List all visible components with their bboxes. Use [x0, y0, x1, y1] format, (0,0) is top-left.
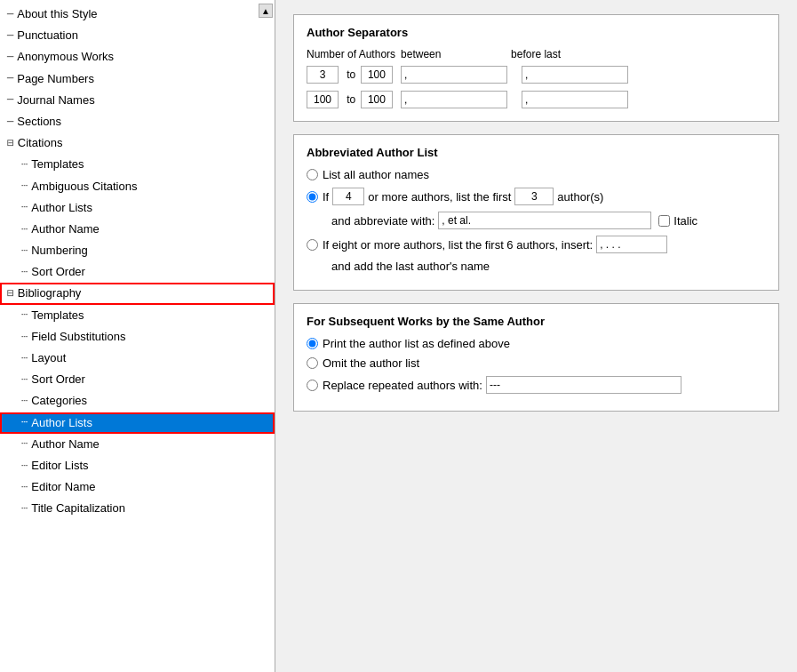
sidebar-item-cit-numbering[interactable]: ┄ Numbering — [0, 240, 275, 261]
sidebar-label-cit-ambiguous: Ambiguous Citations — [31, 179, 137, 195]
right-panel: Author Separators Number of Authors betw… — [275, 0, 797, 672]
sidebar-item-cit-author-lists[interactable]: ┄ Author Lists — [0, 197, 275, 219]
sidebar-label-sections: Sections — [17, 114, 61, 130]
subsequent-option3-label: Replace repeated authors with: — [323, 379, 482, 392]
sep-from-1[interactable] — [307, 91, 339, 108]
abbreviated-author-list-group: Abbreviated Author List List all author … — [293, 134, 779, 291]
sidebar-item-page-numbers[interactable]: ─ Page Numbers — [0, 68, 275, 90]
sidebar-item-punctuation[interactable]: ─ Punctuation — [0, 25, 275, 46]
sidebar-item-bib-editor-lists[interactable]: ┄ Editor Lists — [0, 455, 275, 476]
abbreviate-with-label: and abbreviate with: — [331, 214, 434, 228]
tree-prefix-cit-templates: ┄ — [21, 157, 28, 172]
sidebar-label-journal-names: Journal Names — [17, 92, 94, 108]
abbrev-option3-label: If eight or more authors, list the first… — [323, 238, 593, 252]
subsequent-option1-row: Print the author list as defined above — [307, 337, 766, 350]
tree-prefix-bib-sort-order: ┄ — [21, 372, 28, 388]
abbrev-option1-row: List all author names — [307, 168, 766, 181]
abbrev-option2-radio[interactable] — [307, 191, 318, 203]
sidebar-item-bib-categories[interactable]: ┄ Categories — [0, 390, 275, 412]
sidebar-label-cit-author-lists: Author Lists — [31, 200, 92, 216]
tree-prefix-bibliography[interactable]: ⊟ — [7, 285, 14, 301]
sidebar-item-cit-templates[interactable]: ┄ Templates — [0, 154, 275, 175]
sidebar-label-bib-layout: Layout — [31, 350, 66, 366]
sidebar-item-bib-templates[interactable]: ┄ Templates — [0, 305, 275, 326]
sidebar-label-bibliography: Bibliography — [18, 285, 82, 301]
tree-prefix-sections: ─ — [7, 115, 13, 130]
sidebar-item-bib-author-name[interactable]: ┄ Author Name — [0, 434, 275, 455]
subsequent-title: For Subsequent Works by the Same Author — [307, 315, 766, 328]
sidebar-item-cit-author-name[interactable]: ┄ Author Name — [0, 219, 275, 240]
sidebar-scroll-up[interactable]: ▲ — [259, 4, 273, 18]
abbrev-option3-insert[interactable] — [596, 236, 667, 253]
subsequent-option1-label: Print the author list as defined above — [323, 337, 510, 350]
sidebar-item-sections[interactable]: ─ Sections — [0, 111, 275, 132]
sidebar-label-cit-numbering: Numbering — [31, 243, 88, 259]
subsequent-option3-radio[interactable] — [307, 380, 318, 391]
sidebar-item-cit-ambiguous[interactable]: ┄ Ambiguous Citations — [0, 176, 275, 197]
tree-prefix-bib-layout: ┄ — [21, 351, 28, 366]
abbrev-first-count[interactable] — [514, 188, 554, 205]
sidebar-item-journal-names[interactable]: ─ Journal Names — [0, 90, 275, 111]
subsequent-option1-radio[interactable] — [307, 338, 318, 349]
sep-before-last-1[interactable] — [522, 91, 628, 108]
abbrev-option2-value[interactable] — [332, 188, 364, 205]
sidebar-item-bib-layout[interactable]: ┄ Layout — [0, 348, 275, 369]
sidebar-item-bib-sort-order[interactable]: ┄ Sort Order — [0, 369, 275, 390]
abbrev-option1-radio[interactable] — [307, 169, 318, 180]
subsequent-option2-label: Omit the author list — [323, 356, 419, 370]
sidebar-item-citations[interactable]: ⊟Citations — [0, 132, 275, 154]
sep-from-0[interactable] — [307, 66, 339, 84]
col-header-before-last: before last — [511, 48, 632, 64]
sep-to-0[interactable] — [361, 66, 393, 84]
abbrev-option3-sublabel: and add the last author's name — [331, 260, 490, 273]
sidebar-item-bib-author-lists[interactable]: ┄ Author Lists — [0, 412, 275, 434]
subsequent-option3-value[interactable] — [486, 376, 681, 394]
sidebar-label-bib-author-name: Author Name — [31, 436, 100, 452]
abbrev-option3-subrow: and add the last author's name — [331, 260, 766, 273]
abbreviated-title: Abbreviated Author List — [307, 146, 766, 159]
tree-prefix-journal-names: ─ — [7, 92, 13, 108]
italic-checkbox-row: Italic — [658, 214, 697, 228]
tree-prefix-about: ─ — [7, 7, 13, 22]
italic-checkbox[interactable] — [658, 215, 670, 227]
sidebar-label-bib-author-lists: Author Lists — [31, 415, 92, 431]
abbrev-option3-radio[interactable] — [307, 239, 318, 251]
sidebar: ▲ ─ About this Style─ Punctuation─ Anony… — [0, 0, 275, 672]
sep-before-last-0[interactable] — [522, 66, 628, 84]
abbrev-option2-label-mid: or more authors, list the first — [368, 190, 511, 204]
author-separators-title: Author Separators — [307, 26, 766, 39]
sidebar-item-anonymous[interactable]: ─ Anonymous Works — [0, 46, 275, 68]
sidebar-item-bib-field-subs[interactable]: ┄ Field Substitutions — [0, 326, 275, 348]
sidebar-item-bib-editor-name[interactable]: ┄ Editor Name — [0, 476, 275, 498]
sidebar-item-about[interactable]: ─ About this Style — [0, 4, 275, 25]
sidebar-label-cit-sort-order: Sort Order — [31, 264, 85, 280]
abbreviate-with-row: and abbreviate with: Italic — [331, 212, 766, 229]
tree-prefix-bib-templates: ┄ — [21, 308, 28, 323]
sidebar-label-cit-templates: Templates — [31, 156, 84, 172]
sidebar-item-bib-title-cap[interactable]: ┄ Title Capitalization — [0, 498, 275, 519]
subsequent-option2-radio[interactable] — [307, 357, 318, 369]
author-separators-table: Number of Authors between before last to… — [307, 48, 632, 110]
sep-row-1: to — [307, 89, 632, 110]
sep-between-1[interactable] — [401, 91, 507, 108]
author-separators-group: Author Separators Number of Authors betw… — [293, 14, 779, 122]
abbreviate-with-input[interactable] — [438, 212, 651, 229]
sidebar-label-citations: Citations — [18, 135, 63, 151]
sep-to-label-0: to — [347, 64, 361, 85]
tree-prefix-bib-author-name: ┄ — [21, 436, 28, 452]
sidebar-label-page-numbers: Page Numbers — [17, 71, 94, 87]
sep-to-1[interactable] — [361, 91, 393, 108]
sidebar-item-cit-sort-order[interactable]: ┄ Sort Order — [0, 261, 275, 283]
subsequent-option2-row: Omit the author list — [307, 356, 766, 370]
sidebar-label-bib-sort-order: Sort Order — [31, 372, 85, 388]
subsequent-works-group: For Subsequent Works by the Same Author … — [293, 303, 779, 412]
sidebar-label-bib-templates: Templates — [31, 308, 84, 324]
sidebar-item-bibliography[interactable]: ⊟Bibliography — [0, 283, 275, 304]
sep-between-0[interactable] — [401, 66, 507, 84]
tree-prefix-bib-title-cap: ┄ — [21, 501, 28, 516]
sidebar-label-about: About this Style — [17, 6, 97, 22]
abbrev-option2-row: If or more authors, list the first autho… — [307, 188, 766, 205]
col-header-between: between — [401, 48, 511, 64]
tree-prefix-citations[interactable]: ⊟ — [7, 135, 14, 151]
tree-prefix-bib-field-subs: ┄ — [21, 330, 28, 345]
